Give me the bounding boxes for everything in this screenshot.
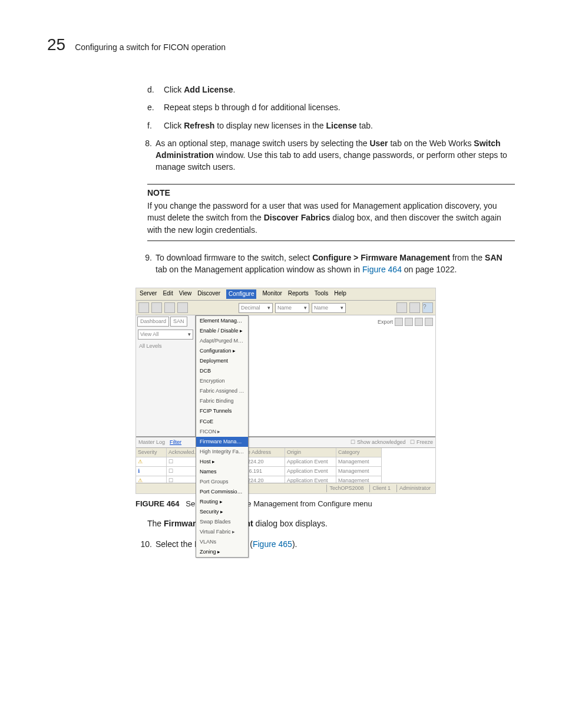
column-header[interactable]: Severity [136, 448, 167, 457]
menu-item-dcb[interactable]: DCB [196, 366, 248, 376]
freeze-checkbox[interactable]: Freeze [410, 439, 433, 446]
table-row[interactable]: ⚠☐Te224.20Application EventManagement [136, 476, 435, 483]
bold-text: Add License [184, 85, 233, 94]
toolbar-icon[interactable] [396, 302, 407, 313]
zoom-out-icon[interactable] [405, 318, 413, 326]
content-body: d. Click Add License. e. Repeat steps b … [147, 84, 515, 550]
bold-text: Refresh [184, 121, 214, 130]
text: to display new licenses in the [214, 121, 326, 130]
bold-text: SAN [485, 253, 503, 262]
bold-text: License [326, 121, 356, 130]
toolbar: Decimal Name Name ? [136, 301, 435, 315]
filter-link[interactable]: Filter [170, 439, 181, 446]
decimal-dropdown[interactable]: Decimal [239, 303, 273, 313]
menu-item-zoning[interactable]: Zoning ▸ [196, 547, 248, 557]
table-row[interactable]: ⚠☐Te224.20Application EventManagement [136, 457, 435, 467]
toolbar-icon[interactable] [151, 302, 162, 313]
menu-item-deployment[interactable]: Deployment [196, 356, 248, 366]
note-text: If you change the password for a user th… [147, 200, 515, 236]
column-header[interactable]: Category [336, 448, 382, 457]
list-marker: e. [147, 101, 164, 113]
text: dialog box displays. [253, 519, 328, 528]
figure-label: FIGURE 464 [135, 499, 179, 508]
text: from the [450, 253, 485, 262]
column-header[interactable]: Origin [285, 448, 336, 457]
menu-item-ficon: FICON ▸ [196, 427, 248, 437]
toolbar-icon[interactable] [177, 302, 188, 313]
configure-menu[interactable]: Element Manager ▸Enable / Disable ▸Adapt… [196, 315, 249, 558]
figure-link[interactable]: Figure 465 [253, 539, 292, 549]
menu-monitor[interactable]: Monitor [262, 289, 282, 299]
menu-item-routing[interactable]: Routing ▸ [196, 497, 248, 507]
step-10: 10. Select the Download tab (Figure 465)… [135, 538, 515, 550]
list-text: As an optional step, manage switch users… [156, 137, 515, 173]
export-label[interactable]: Export [378, 318, 393, 326]
menu-reports[interactable]: Reports [288, 289, 309, 299]
table-row[interactable]: ℹ☐Ad.6.191Application EventManagement [136, 467, 435, 476]
text: As an optional step, manage switch users… [156, 139, 369, 148]
sidebar: Dashboard SAN View All All Levels [136, 315, 196, 436]
show-ack-checkbox[interactable]: Show acknowledged [351, 439, 405, 446]
menu-item-host[interactable]: Host ▸ [196, 457, 248, 467]
menu-item-port-commissioning[interactable]: Port Commissioning ▸ [196, 487, 248, 497]
help-icon[interactable]: ? [422, 302, 433, 313]
menu-item-fcip-tunnels[interactable]: FCIP Tunnels [196, 406, 248, 416]
list-marker: d. [147, 84, 164, 95]
name-dropdown[interactable]: Name [275, 303, 309, 313]
menu-item-configuration[interactable]: Configuration ▸ [196, 346, 248, 356]
figure-link[interactable]: Figure 464 [362, 265, 402, 274]
master-log-title: Master Log [138, 439, 165, 446]
menu-item-fcoe[interactable]: FCoE [196, 417, 248, 427]
toolbar-icon[interactable] [138, 302, 149, 313]
fit-icon[interactable] [415, 318, 423, 326]
substep-e: e. Repeat steps b through d for addition… [147, 101, 515, 113]
text: The [147, 519, 164, 528]
tab-san[interactable]: SAN [170, 317, 187, 327]
menu-help[interactable]: Help [334, 289, 346, 299]
menubar[interactable]: ServerEditViewDiscoverConfigureMonitorRe… [136, 288, 435, 301]
cell: ⚠ [136, 476, 167, 483]
menu-item-enable-disable[interactable]: Enable / Disable ▸ [196, 326, 248, 336]
page-title: Configuring a switch for FICON operation [75, 42, 226, 52]
list-marker: 10. [135, 538, 156, 550]
layout-icon[interactable] [425, 318, 433, 326]
menu-view[interactable]: View [179, 289, 192, 299]
toolbar-icon[interactable] [164, 302, 175, 313]
menu-configure[interactable]: Configure [226, 289, 256, 299]
text: Select the [156, 539, 194, 549]
column-header[interactable]: e Address [246, 448, 285, 457]
app-window: ServerEditViewDiscoverConfigureMonitorRe… [136, 288, 435, 493]
list-text: Repeat steps b through d for additional … [164, 101, 515, 113]
page-header: 25 Configuring a switch for FICON operat… [47, 35, 515, 54]
status-segment: TechOPS2008 [326, 485, 366, 492]
cell: Application Event [285, 457, 336, 467]
menu-discover[interactable]: Discover [197, 289, 220, 299]
figure-image: ServerEditViewDiscoverConfigureMonitorRe… [135, 288, 436, 494]
menu-server[interactable]: Server [140, 289, 157, 299]
cell: .6.191 [246, 467, 285, 476]
menu-item-names[interactable]: Names [196, 467, 248, 477]
menu-item-firmware-management[interactable]: Firmware Management [196, 437, 248, 447]
text: Click [164, 85, 184, 94]
toolbar-icon[interactable] [409, 302, 420, 313]
status-segment: Administrator [396, 485, 433, 492]
master-log-header: Master Log Filter Show acknowledged Free… [136, 437, 435, 447]
zoom-in-icon[interactable] [395, 318, 403, 326]
menu-item-fabric-binding: Fabric Binding [196, 396, 248, 406]
cell: ℹ [136, 467, 167, 476]
menu-item-security[interactable]: Security ▸ [196, 507, 248, 517]
substep-d: d. Click Add License. [147, 84, 515, 95]
menu-edit[interactable]: Edit [163, 289, 173, 299]
main-area: Dashboard SAN View All All Levels Elemen… [136, 315, 435, 436]
figure-caption: FIGURE 464 Selecting Firmware Management… [135, 499, 515, 510]
text: . [233, 85, 235, 94]
view-all-dropdown[interactable]: View All [138, 330, 193, 340]
bold-text: Configure > Firmware Management [312, 253, 450, 262]
menu-item-element-manager[interactable]: Element Manager ▸ [196, 316, 248, 326]
menu-item-port-groups: Port Groups [196, 477, 248, 487]
name-dropdown[interactable]: Name [312, 303, 346, 313]
note-rule-top [147, 184, 515, 185]
cell: Application Event [285, 467, 336, 476]
menu-tools[interactable]: Tools [315, 289, 328, 299]
tab-dashboard[interactable]: Dashboard [137, 317, 169, 327]
